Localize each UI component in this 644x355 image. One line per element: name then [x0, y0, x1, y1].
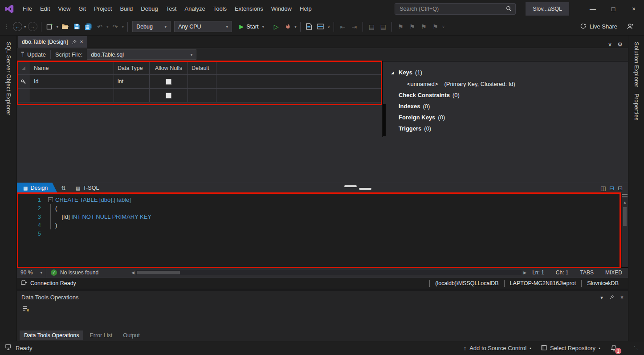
column-header-name[interactable]: Name [30, 61, 114, 74]
menu-help[interactable]: Help [296, 0, 316, 18]
editor-split-handle-icon[interactable] [622, 194, 628, 197]
code-text[interactable]: ) [55, 221, 57, 229]
resize-grip[interactable]: ⋱ [634, 345, 639, 351]
splitter-thumb[interactable] [383, 104, 386, 136]
minimize-button[interactable]: — [583, 0, 603, 18]
tree-node-triggers[interactable]: Triggers(0) [391, 123, 628, 134]
solution-platforms-dropdown[interactable]: Any CPU▾ [174, 21, 232, 32]
close-tab-icon[interactable]: × [80, 39, 83, 45]
connection-segment[interactable]: (localdb)\MSSQLLocalDB [429, 280, 504, 287]
menu-debug[interactable]: Debug [137, 0, 162, 18]
sql-server-object-explorer-tab[interactable]: SQL Server Object Explorer [5, 42, 12, 115]
select-repository-button[interactable]: Select Repository ▴ [541, 345, 600, 352]
feedback-icon[interactable] [625, 21, 636, 32]
code-line-3[interactable]: 3 [Id] INT NOT NULL PRIMARY KEY [17, 212, 622, 221]
tree-node-indexes[interactable]: Indexes(0) [391, 101, 628, 112]
new-query-icon[interactable] [304, 21, 314, 32]
increase-indent-icon[interactable]: ⇥ [349, 21, 359, 32]
menu-analyze[interactable]: Analyze [180, 0, 209, 18]
code-text[interactable]: [Id] INT NOT NULL PRIMARY KEY [55, 212, 151, 221]
issues-label[interactable]: No issues found [60, 269, 98, 276]
panel-tab-error-list[interactable]: Error List [85, 331, 117, 340]
code-line-1[interactable]: 1−CREATE TABLE [dbo].[Table] [17, 196, 622, 204]
solution-explorer-tab[interactable]: Solution Explorer [633, 42, 640, 87]
name-cell[interactable] [30, 89, 114, 102]
split-horizontal-icon[interactable]: ⊟ [609, 185, 614, 192]
code-line-5[interactable]: 5 [17, 229, 622, 238]
uncomment-lines-icon[interactable]: ▤ [378, 21, 388, 32]
horizontal-scrollbar[interactable] [136, 270, 522, 275]
menu-build[interactable]: Build [116, 0, 137, 18]
hot-reload-icon[interactable] [282, 21, 293, 32]
start-debugging-button[interactable]: ▶ Start ▾ [236, 21, 269, 33]
menu-test[interactable]: Test [162, 0, 181, 18]
horizontal-scrollbar-thumb[interactable] [137, 271, 180, 274]
maximize-button[interactable]: □ [603, 0, 624, 18]
start-without-debugging-icon[interactable]: ▷ [271, 21, 281, 32]
navigate-back-button[interactable]: ← [13, 22, 22, 31]
close-panel-icon[interactable]: × [620, 294, 624, 301]
solution-configurations-dropdown[interactable]: Debug▾ [132, 21, 171, 32]
scroll-up-icon[interactable]: ▲ [623, 200, 627, 205]
next-bookmark-icon[interactable]: ⚑ [418, 21, 429, 32]
save-icon[interactable] [71, 21, 82, 32]
scrollbar-thumb[interactable] [623, 207, 627, 226]
code-line-4[interactable]: 4) [17, 221, 622, 229]
row-selector[interactable] [17, 75, 30, 88]
default-cell[interactable] [188, 89, 216, 102]
document-tab[interactable]: dbo.Table [Design] × [18, 36, 87, 48]
comment-lines-icon[interactable]: ▤ [366, 21, 377, 32]
add-to-source-control-button[interactable]: ↑ Add to Source Control ▴ [464, 345, 531, 351]
hot-reload-dropdown-icon[interactable]: ▾ [294, 24, 297, 29]
navigate-back-dropdown-icon[interactable]: ▾ [24, 24, 26, 29]
undo-icon[interactable]: ↶ [94, 21, 105, 32]
editor-scrollbar[interactable]: ▲ [622, 193, 628, 267]
zoom-dropdown[interactable]: 90 % ▾ [17, 268, 46, 277]
tree-node-keys[interactable]: ◢Keys(1) [391, 67, 628, 78]
tree-node-check-constraints[interactable]: Check Constraints(0) [391, 90, 628, 101]
expanded-icon[interactable]: ◢ [391, 67, 399, 78]
redo-icon[interactable]: ↷ [110, 21, 121, 32]
allow-nulls-cell[interactable] [150, 75, 188, 88]
notifications-bell-icon[interactable]: 1 [610, 344, 618, 352]
pin-tab-icon[interactable] [72, 40, 77, 45]
grid-row-1[interactable] [17, 89, 382, 102]
code-text[interactable]: CREATE TABLE [dbo].[Table] [55, 196, 131, 204]
undo-dropdown-icon[interactable]: ▾ [106, 24, 109, 29]
new-item-dropdown-icon[interactable]: ▾ [57, 24, 59, 29]
toolbar-overflow-icon[interactable]: ∨ [327, 24, 330, 29]
search-box[interactable] [395, 3, 516, 15]
data-type-cell[interactable]: int [114, 75, 150, 88]
properties-tab[interactable]: Properties [633, 94, 640, 121]
menu-git[interactable]: Git [74, 0, 90, 18]
column-header-data-type[interactable]: Data Type [114, 61, 150, 74]
toggle-bookmark-icon[interactable]: ⚑ [395, 21, 406, 32]
clear-operations-icon[interactable] [22, 307, 30, 314]
live-share-button[interactable]: Live Share [580, 23, 617, 31]
start-dropdown-icon[interactable]: ▾ [262, 24, 265, 29]
menu-view[interactable]: View [54, 0, 74, 18]
tree-node-unnamed-key[interactable]: <unnamed>(Primary Key, Clustered: Id) [391, 78, 628, 90]
column-header-default[interactable]: Default [188, 61, 216, 74]
row-selector[interactable] [17, 89, 30, 102]
horizontal-splitter-handle[interactable] [344, 185, 371, 187]
solution-name-label[interactable]: Slov...aSQL [526, 2, 569, 16]
column-header-allow-nulls[interactable]: Allow Nulls [150, 61, 188, 74]
code-text[interactable]: ( [55, 204, 57, 212]
search-input[interactable] [395, 3, 516, 15]
pin-panel-icon[interactable] [609, 295, 614, 300]
scroll-left-icon[interactable]: ◀ [131, 270, 135, 275]
select-all-corner[interactable] [17, 61, 30, 74]
fold-collapse-icon[interactable]: − [48, 197, 53, 202]
menu-tools[interactable]: Tools [209, 0, 231, 18]
data-type-cell[interactable] [114, 89, 150, 102]
document-health-icon[interactable]: ✓ [51, 269, 57, 276]
panel-tab-data-tools-operations[interactable]: Data Tools Operations [20, 331, 83, 340]
swap-panes-tab[interactable]: ⇅ [57, 183, 69, 193]
redo-dropdown-icon[interactable]: ▾ [122, 24, 124, 29]
pane-splitter[interactable] [382, 61, 385, 137]
window-position-chevron-icon[interactable]: ▾ [600, 294, 603, 301]
allow-nulls-checkbox[interactable] [166, 79, 171, 85]
menu-file[interactable]: File [19, 0, 36, 18]
previous-bookmark-icon[interactable]: ⚑ [407, 21, 417, 32]
